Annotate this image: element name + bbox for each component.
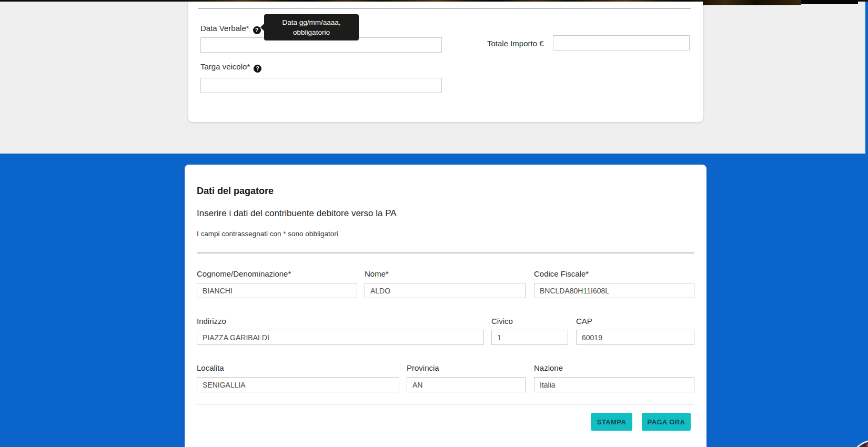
tooltip-line-1: Data gg/mm/aaaa, [282, 17, 340, 27]
nazione-input[interactable] [534, 377, 694, 392]
targa-veicolo-input[interactable] [200, 78, 442, 93]
nome-input[interactable] [365, 283, 526, 298]
targa-veicolo-label-text: Targa veicolo* [200, 62, 250, 71]
civico-input[interactable] [491, 330, 568, 345]
nazione-label: Nazione [534, 363, 563, 372]
cap-input[interactable] [576, 330, 694, 345]
localita-input[interactable] [197, 377, 399, 392]
totale-importo-input[interactable] [553, 35, 690, 50]
pagatore-required-note: I campi contrassegnati con * sono obblig… [197, 230, 338, 238]
pagatore-card: Dati del pagatore Inserire i dati del co… [185, 165, 706, 447]
pagatore-header-divider [197, 252, 694, 253]
indirizzo-label: Indirizzo [197, 317, 226, 326]
provincia-label: Provincia [407, 363, 439, 372]
indirizzo-input[interactable] [197, 330, 484, 345]
localita-label: Localita [197, 363, 224, 372]
data-verbale-tooltip: Data gg/mm/aaaa, obbligatorio [264, 14, 359, 40]
codice-fiscale-input[interactable] [534, 283, 694, 298]
cap-label: CAP [576, 317, 592, 326]
card-top-divider [198, 8, 691, 9]
data-verbale-help-icon[interactable]: ? [253, 26, 261, 34]
provincia-input[interactable] [407, 377, 526, 392]
cognome-input[interactable] [197, 283, 357, 298]
stampa-button[interactable]: STAMPA [591, 413, 632, 431]
codice-fiscale-label: Codice Fiscale* [534, 269, 589, 278]
pagatore-subtitle: Inserire i dati del contribuente debitor… [197, 208, 397, 219]
pagatore-footer-divider [197, 404, 694, 404]
header-image-strip-end [801, 0, 858, 4]
paga-ora-button[interactable]: PAGA ORA [642, 413, 691, 431]
cognome-label: Cognome/Denominazione* [197, 269, 291, 278]
verbale-card: Data Verbale*? Data gg/mm/aaaa, obbligat… [188, 2, 703, 122]
totale-importo-label: Totale Importo € [487, 39, 544, 48]
targa-veicolo-label: Targa veicolo*? [200, 62, 261, 73]
civico-label: Civico [491, 317, 513, 326]
nome-label: Nome* [365, 269, 389, 278]
targa-veicolo-help-icon[interactable]: ? [254, 65, 261, 73]
data-verbale-label-text: Data Verbale* [200, 24, 249, 33]
scrollbar-edge[interactable] [865, 2, 868, 447]
pagatore-title: Dati del pagatore [197, 186, 274, 197]
data-verbale-label: Data Verbale*? [200, 24, 261, 34]
tooltip-line-2: obbligatorio [293, 27, 330, 37]
